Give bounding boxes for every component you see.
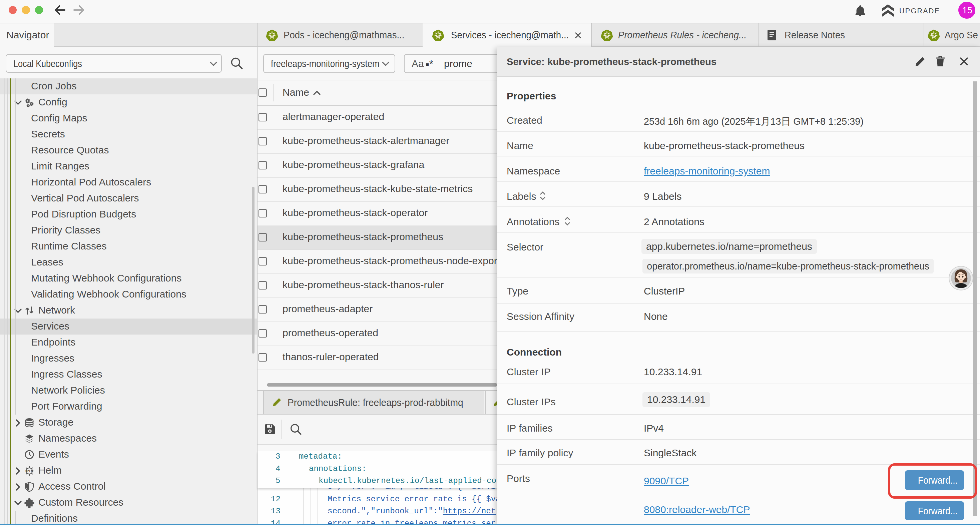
svg-text:HELM: HELM (25, 469, 33, 473)
